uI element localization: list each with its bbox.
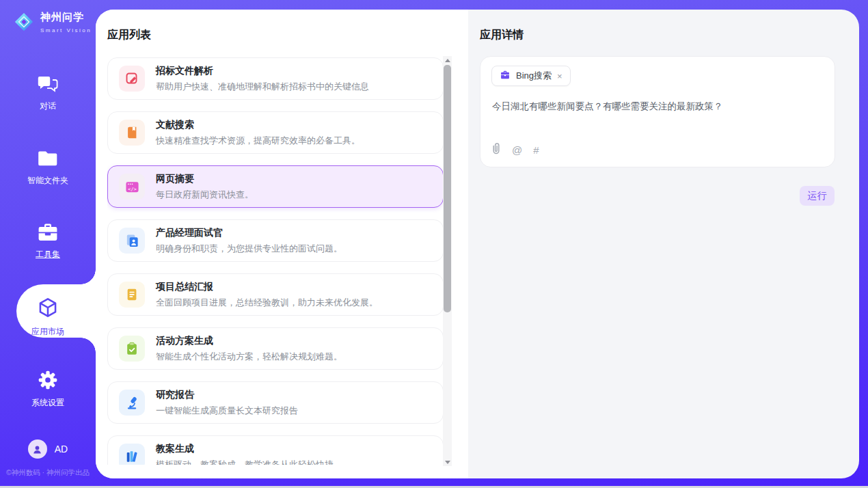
app-card-desc: 一键智能生成高质量长文本研究报告 (156, 405, 298, 417)
tool-chip-bing-search[interactable]: Bing搜索 × (491, 66, 571, 86)
svg-text:</>: </> (128, 186, 136, 191)
gear-icon (38, 380, 57, 392)
app-list-title: 应用列表 (107, 28, 151, 42)
sidebar-item-label: 应用市场 (0, 326, 96, 338)
app-list-panel: 应用列表 招标文件解析 帮助用户快速、准确地理解和解析招标书中的关键信息 (96, 10, 468, 478)
app-card-bid-document-parsing[interactable]: 招标文件解析 帮助用户快速、准确地理解和解析招标书中的关键信息 (107, 57, 444, 100)
browser-code-icon: </> (119, 174, 145, 200)
app-card-desc: 全面回顾项目进展，总结经验教训，助力未来优化发展。 (156, 297, 378, 309)
app-card-desc: 帮助用户快速、准确地理解和解析招标书中的关键信息 (156, 81, 369, 93)
query-text[interactable]: 今日湖北有哪些新闻要点？有哪些需要关注的最新政策？ (492, 100, 723, 113)
toolbox-icon (38, 232, 58, 243)
cube-icon (37, 309, 59, 321)
close-icon[interactable]: × (557, 72, 562, 81)
prompt-input-card[interactable]: Bing搜索 × 今日湖北有哪些新闻要点？有哪些需要关注的最新政策？ @ # (480, 56, 835, 167)
app-card-title: 教案生成 (156, 443, 334, 455)
app-logo: 神州问学 Smart Vision (14, 11, 92, 35)
app-card-title: 项目总结汇报 (156, 281, 378, 293)
pen-square-icon (119, 66, 145, 92)
app-card-desc: 明确身份和职责，为您提供专业性的面试问题。 (156, 243, 342, 255)
main-content: 应用列表 招标文件解析 帮助用户快速、准确地理解和解析招标书中的关键信息 (96, 10, 859, 478)
app-list: 招标文件解析 帮助用户快速、准确地理解和解析招标书中的关键信息 文献搜索 快速精… (107, 56, 444, 465)
app-card-title: 活动方案生成 (156, 335, 342, 347)
book-icon (119, 120, 145, 146)
tool-chip-label: Bing搜索 (516, 70, 552, 82)
sidebar-item-smart-folder[interactable]: 智能文件夹 (0, 150, 96, 187)
app-card-title: 研究报告 (156, 389, 298, 401)
sidebar-item-label: 对话 (0, 100, 96, 112)
paperclip-icon[interactable] (491, 143, 501, 157)
sidebar-item-toolset[interactable]: 工具集 (0, 223, 96, 260)
app-card-literature-search[interactable]: 文献搜索 快速精准查找学术资源，提高研究效率的必备工具。 (107, 111, 444, 154)
sidebar: 神州问学 Smart Vision 对话 智能文件夹 (0, 0, 96, 486)
clipboard-check-icon (119, 336, 145, 362)
app-list-scrollbar[interactable] (443, 56, 452, 466)
app-card-desc: 每日政府新闻资讯快查。 (156, 189, 254, 201)
books-icon (119, 444, 145, 465)
chat-icon (38, 83, 58, 95)
folder-icon (38, 158, 58, 170)
resume-icon (119, 228, 145, 254)
logo-subtitle: Smart Vision (40, 27, 92, 33)
app-detail-panel: 应用详情 Bing搜索 × 今日湖北有哪些新闻要点？有哪些需要关注的最新政策？ (468, 10, 859, 478)
scroll-down-arrow-icon[interactable] (443, 458, 452, 466)
app-card-desc: 智能生成个性化活动方案，轻松解决规划难题。 (156, 351, 342, 363)
app-card-title: 文献搜索 (156, 119, 360, 131)
app-card-title: 产品经理面试官 (156, 227, 342, 239)
sidebar-item-label: 工具集 (0, 249, 96, 260)
microscope-icon (119, 390, 145, 416)
sidebar-item-app-market[interactable]: 应用市场 (0, 297, 96, 338)
user-name: AD (55, 444, 68, 455)
document-icon (119, 282, 145, 308)
run-button[interactable]: 运行 (800, 186, 835, 206)
at-icon[interactable]: @ (512, 144, 522, 156)
app-card-research-report[interactable]: 研究报告 一键智能生成高质量长文本研究报告 (107, 381, 444, 424)
app-card-pm-interviewer[interactable]: 产品经理面试官 明确身份和职责，为您提供专业性的面试问题。 (107, 219, 444, 262)
app-card-title: 网页摘要 (156, 173, 254, 185)
scroll-up-arrow-icon[interactable] (443, 56, 452, 64)
app-card-title: 招标文件解析 (156, 65, 369, 77)
app-card-webpage-summary[interactable]: </> 网页摘要 每日政府新闻资讯快查。 (107, 165, 444, 208)
briefcase-icon (500, 70, 511, 83)
scrollbar-thumb[interactable] (444, 65, 451, 312)
gem-logo-icon (14, 12, 34, 35)
user-account[interactable]: AD (0, 439, 96, 459)
input-toolbar: @ # (491, 143, 539, 157)
user-avatar-icon (28, 439, 47, 459)
sidebar-item-chat[interactable]: 对话 (0, 75, 96, 112)
sidebar-item-settings[interactable]: 系统设置 (0, 370, 96, 409)
logo-title: 神州问学 (40, 11, 92, 23)
app-card-event-plan-generation[interactable]: 活动方案生成 智能生成个性化活动方案，轻松解决规划难题。 (107, 327, 444, 370)
app-card-lesson-plan-generation[interactable]: 教案生成 模板驱动，教案秒成，教学准备从此轻松快捷 (107, 435, 444, 465)
copyright-footer: ©神州数码 · 神州问学出品 (0, 468, 96, 478)
sidebar-item-label: 智能文件夹 (0, 175, 96, 187)
app-detail-title: 应用详情 (480, 28, 524, 42)
app-card-desc: 快速精准查找学术资源，提高研究效率的必备工具。 (156, 135, 360, 147)
app-card-project-summary[interactable]: 项目总结汇报 全面回顾项目进展，总结经验教训，助力未来优化发展。 (107, 273, 444, 316)
sidebar-item-label: 系统设置 (0, 397, 96, 409)
hash-icon[interactable]: # (533, 144, 539, 156)
app-window: 神州问学 Smart Vision 对话 智能文件夹 (0, 0, 868, 486)
app-card-desc: 模板驱动，教案秒成，教学准备从此轻松快捷 (156, 459, 334, 465)
